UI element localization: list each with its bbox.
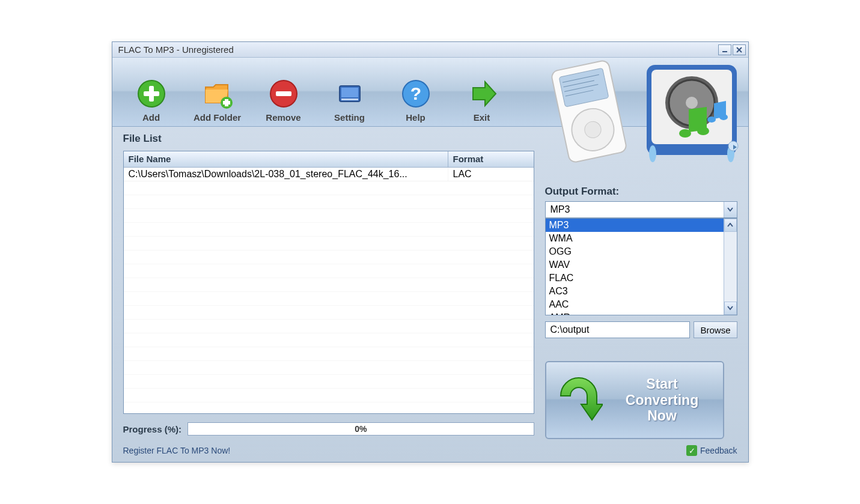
register-link[interactable]: Register FLAC To MP3 Now! bbox=[123, 446, 231, 455]
svg-point-34 bbox=[707, 117, 716, 123]
feedback-link[interactable]: Feedback bbox=[700, 446, 737, 455]
start-converting-button[interactable]: Start Converting Now bbox=[545, 361, 724, 439]
svg-rect-17 bbox=[559, 68, 609, 107]
cell-filename: C:\Users\Tomasz\Downloads\2L-038_01_ster… bbox=[124, 168, 448, 181]
convert-arrow-icon bbox=[555, 373, 603, 427]
svg-text:?: ? bbox=[410, 83, 421, 103]
output-format-label: Output Format: bbox=[545, 186, 737, 198]
chevron-down-icon bbox=[727, 306, 733, 311]
add-folder-button[interactable]: Add Folder bbox=[185, 61, 251, 123]
svg-line-20 bbox=[564, 85, 598, 92]
main-area: File List File Name Format C:\Users\Toma… bbox=[112, 127, 748, 442]
app-window: FLAC To MP3 - Unregistered Add A bbox=[112, 41, 749, 463]
add-button[interactable]: Add bbox=[118, 61, 185, 123]
svg-rect-12 bbox=[341, 88, 358, 97]
help-button[interactable]: ? Help bbox=[383, 61, 449, 123]
right-pane: Output Format: MP3 MP3 WMA OGG WAV FLAC … bbox=[545, 133, 737, 439]
exit-icon bbox=[467, 79, 497, 109]
svg-line-19 bbox=[563, 80, 594, 87]
list-item[interactable]: WMA bbox=[546, 232, 724, 245]
svg-point-28 bbox=[686, 97, 698, 109]
svg-point-35 bbox=[719, 114, 728, 120]
feedback-icon: ✓ bbox=[686, 445, 697, 456]
remove-button[interactable]: Remove bbox=[251, 61, 317, 123]
list-item[interactable]: MP3 bbox=[546, 219, 724, 232]
remove-icon bbox=[269, 79, 299, 109]
cell-format: LAC bbox=[448, 168, 534, 181]
combo-dropdown-button[interactable] bbox=[724, 202, 737, 217]
window-title: FLAC To MP3 - Unregistered bbox=[118, 44, 717, 55]
file-table: File Name Format C:\Users\Tomasz\Downloa… bbox=[123, 151, 534, 414]
close-button[interactable] bbox=[733, 44, 746, 55]
folder-add-icon bbox=[203, 79, 233, 109]
chevron-down-icon bbox=[727, 207, 733, 212]
col-format[interactable]: Format bbox=[448, 151, 534, 167]
add-icon bbox=[136, 79, 166, 109]
table-row[interactable]: C:\Users\Tomasz\Downloads\2L-038_01_ster… bbox=[124, 168, 534, 181]
chevron-up-icon bbox=[727, 223, 733, 228]
help-icon: ? bbox=[401, 79, 431, 109]
progress-label: Progress (%): bbox=[123, 424, 182, 434]
footer: Register FLAC To MP3 Now! ✓ Feedback bbox=[112, 442, 748, 462]
list-item[interactable]: AMR bbox=[546, 311, 724, 315]
listbox-scrollbar[interactable] bbox=[724, 219, 737, 315]
setting-button[interactable]: Setting bbox=[317, 61, 383, 123]
setting-icon bbox=[335, 79, 365, 109]
titlebar: FLAC To MP3 - Unregistered bbox=[112, 42, 748, 58]
exit-button[interactable]: Exit bbox=[449, 61, 515, 123]
scroll-track[interactable] bbox=[724, 232, 737, 302]
svg-line-21 bbox=[565, 90, 593, 96]
table-body[interactable]: C:\Users\Tomasz\Downloads\2L-038_01_ster… bbox=[124, 168, 534, 413]
output-path-input[interactable] bbox=[545, 321, 691, 338]
svg-rect-8 bbox=[223, 101, 230, 105]
scroll-up-button[interactable] bbox=[724, 219, 737, 232]
svg-rect-5 bbox=[144, 91, 159, 96]
table-header: File Name Format bbox=[124, 151, 534, 168]
list-item[interactable]: WAV bbox=[546, 258, 724, 272]
svg-rect-13 bbox=[341, 99, 358, 100]
minimize-button[interactable] bbox=[718, 44, 731, 55]
scroll-down-button[interactable] bbox=[724, 302, 737, 315]
format-listbox[interactable]: MP3 WMA OGG WAV FLAC AC3 AAC AMR bbox=[545, 218, 737, 315]
list-item[interactable]: OGG bbox=[546, 245, 724, 258]
col-filename[interactable]: File Name bbox=[124, 151, 448, 167]
svg-point-26 bbox=[665, 76, 718, 129]
convert-button-text: Start Converting Now bbox=[610, 376, 715, 424]
progress-row: Progress (%): 0% bbox=[123, 422, 534, 436]
svg-point-27 bbox=[669, 80, 715, 126]
combo-selected: MP3 bbox=[546, 204, 724, 215]
toolbar: Add Add Folder Remove bbox=[112, 58, 748, 127]
list-item[interactable]: AAC bbox=[546, 298, 724, 311]
svg-rect-10 bbox=[276, 91, 291, 96]
left-pane: File List File Name Format C:\Users\Toma… bbox=[123, 133, 534, 439]
list-item[interactable]: AC3 bbox=[546, 285, 724, 298]
browse-button[interactable]: Browse bbox=[694, 321, 737, 338]
svg-line-18 bbox=[562, 74, 599, 82]
output-format-combo[interactable]: MP3 bbox=[545, 201, 737, 218]
list-item[interactable]: FLAC bbox=[546, 272, 724, 285]
progress-bar: 0% bbox=[188, 422, 534, 436]
file-list-label: File List bbox=[123, 133, 534, 145]
